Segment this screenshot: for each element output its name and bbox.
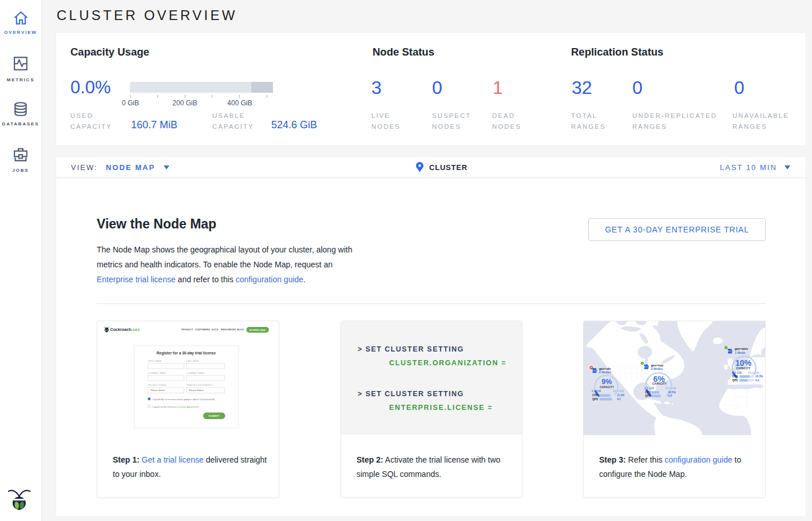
svg-text:COMPANY EMAIL: COMPANY EMAIL bbox=[187, 372, 205, 374]
svg-text:QPS: QPS bbox=[592, 398, 598, 401]
svg-text:CPU: CPU bbox=[732, 375, 739, 378]
svg-text:geo=ams: geo=ams bbox=[735, 347, 748, 350]
svg-text:DOCS: DOCS bbox=[211, 328, 218, 331]
svg-text:0.4: 0.4 bbox=[755, 379, 759, 382]
svg-text:3.7 GiB: 3.7 GiB bbox=[644, 387, 654, 390]
svg-text:Please Select: Please Select bbox=[189, 389, 204, 392]
svg-text:SUBMIT: SUBMIT bbox=[209, 415, 220, 417]
svg-text:COMPANY NAME: COMPANY NAME bbox=[148, 372, 167, 374]
svg-text:0.0: 0.0 bbox=[668, 394, 672, 397]
svg-text:QPS: QPS bbox=[732, 379, 738, 382]
svg-text:REASON FOR INTEREST: REASON FOR INTEREST bbox=[187, 384, 213, 386]
svg-text:2 Nodes: 2 Nodes bbox=[651, 367, 663, 370]
svg-text:11.0%: 11.0% bbox=[617, 394, 625, 397]
svg-text:4.7: 4.7 bbox=[617, 398, 621, 401]
svg-text:DOWNLOAD: DOWNLOAD bbox=[249, 329, 266, 331]
svg-text:Cockroach: Cockroach bbox=[110, 327, 132, 332]
svg-text:I would like to receive email: I would like to receive email updates ab… bbox=[152, 398, 215, 401]
svg-text:CPU: CPU bbox=[645, 391, 651, 394]
svg-text:3.2 GiB: 3.2 GiB bbox=[592, 390, 601, 393]
svg-text:Register for a 30-day trial li: Register for a 30-day trial license bbox=[157, 351, 216, 356]
svg-text:9%: 9% bbox=[601, 378, 612, 386]
svg-text:42.5%: 42.5% bbox=[668, 391, 676, 394]
svg-text:34.4 GiB: 34.4 GiB bbox=[748, 372, 760, 374]
svg-text:LABS: LABS bbox=[130, 328, 140, 331]
svg-text:2 Nodes: 2 Nodes bbox=[599, 370, 611, 374]
svg-text:geo=nyc: geo=nyc bbox=[651, 364, 663, 367]
svg-text:1 Node: 1 Node bbox=[735, 351, 745, 354]
svg-text:Please Select: Please Select bbox=[150, 389, 165, 392]
svg-text:CUSTOMERS: CUSTOMERS bbox=[195, 328, 211, 331]
svg-text:LAST NAME: LAST NAME bbox=[187, 360, 199, 362]
svg-text:CAPACITY: CAPACITY bbox=[600, 386, 614, 389]
svg-text:QPS: QPS bbox=[645, 394, 651, 397]
svg-text:PROJECT PHASE: PROJECT PHASE bbox=[148, 384, 167, 386]
svg-text:BLOG: BLOG bbox=[237, 328, 244, 331]
svg-text:RESOURCES: RESOURCES bbox=[221, 328, 236, 331]
svg-text:I agree to the Software Licens: I agree to the Software License Agreemen… bbox=[152, 405, 200, 408]
svg-text:geo=sfo: geo=sfo bbox=[599, 367, 612, 370]
svg-text:43.7 GiB: 43.7 GiB bbox=[665, 387, 676, 390]
svg-text:CPU: CPU bbox=[592, 394, 599, 397]
svg-text:FIRST NAME: FIRST NAME bbox=[148, 360, 162, 362]
svg-text:CAPACITY: CAPACITY bbox=[736, 367, 751, 370]
svg-text:CAPACITY: CAPACITY bbox=[652, 382, 667, 385]
svg-text:3.6 GiB: 3.6 GiB bbox=[732, 372, 742, 374]
svg-text:PRODUCT: PRODUCT bbox=[181, 328, 193, 331]
svg-text:13.3%: 13.3% bbox=[755, 375, 763, 378]
svg-text:35.1 GiB: 35.1 GiB bbox=[613, 390, 624, 393]
